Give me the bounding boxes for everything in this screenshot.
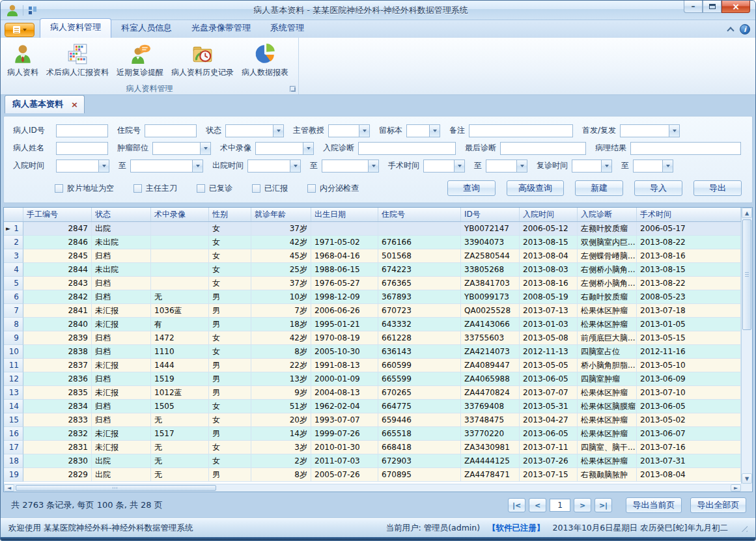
table-row[interactable]: 172831未汇报无女3岁2010-01-30668418ZA343098120… [4, 441, 741, 454]
ribbon-tab-department-staff-info[interactable]: 科室人员信息 [111, 19, 182, 38]
checkbox-box-icon[interactable] [197, 184, 205, 193]
row-header[interactable]: 7 [4, 304, 23, 318]
checkbox-box-icon[interactable] [252, 184, 260, 193]
table-row[interactable]: 22846未出院女42岁1971-05-02676166339040732013… [4, 236, 741, 249]
last-page-button[interactable]: >| [595, 498, 612, 512]
row-header[interactable]: 5 [4, 277, 23, 290]
column-header-5[interactable]: 就诊年龄 [251, 208, 311, 221]
table-row[interactable]: 62842归档无男10岁1998-12-09367893YB0099173200… [4, 290, 741, 304]
table-row[interactable]: ►12847出院女37岁YB00721472006-05-12左额叶胶质瘤200… [4, 222, 741, 236]
table-row[interactable]: 92839归档1472女42岁1970-08-19661228337556032… [4, 331, 741, 345]
chief-professor-dropdown[interactable] [328, 124, 370, 137]
export-current-page-button[interactable]: 导出当前页 [626, 497, 682, 513]
table-row[interactable]: 152833归档无女20岁1993-07-0765944633748475201… [4, 413, 741, 427]
resize-grip[interactable] [740, 524, 748, 532]
table-row[interactable]: 42844未出院女25岁1988-06-15674223338052682013… [4, 263, 741, 277]
export-button[interactable]: 导出 [693, 180, 742, 196]
chevron-down-icon[interactable] [359, 125, 369, 137]
scroll-left-icon[interactable]: ◄ [4, 484, 14, 492]
ribbon-button-patient-history-records[interactable]: 病人资料历史记录 [167, 41, 238, 80]
column-header-2[interactable]: 状态 [92, 208, 151, 221]
row-header[interactable]: 12 [4, 372, 23, 386]
checkbox-box-icon[interactable] [307, 184, 316, 193]
table-row[interactable]: 142834归档1505女51岁1962-02-0466477533769408… [4, 400, 741, 413]
chevron-down-icon[interactable] [454, 160, 464, 172]
scroll-up-icon[interactable]: ▲ [742, 208, 752, 218]
table-row[interactable]: 32845归档女45岁1968-04-16501568ZA25805442013… [4, 249, 741, 263]
column-header-6[interactable]: 出生日期 [311, 208, 378, 221]
table-row[interactable]: 112837未汇报1444男22岁1991-08-13660599ZA40894… [4, 359, 741, 372]
table-row[interactable]: 52843归档女37岁1976-05-27676365ZA38417032013… [4, 277, 741, 290]
specimen-kept-dropdown[interactable] [406, 124, 440, 137]
quick-access-icon[interactable] [27, 5, 38, 16]
checkbox-box-icon[interactable] [133, 184, 142, 193]
chevron-down-icon[interactable] [516, 160, 527, 172]
chevron-down-icon[interactable] [200, 143, 210, 154]
chevron-down-icon[interactable] [273, 125, 283, 137]
advanced-query-button[interactable]: 高级查询 [507, 180, 564, 196]
collapse-ribbon-icon[interactable] [727, 27, 734, 34]
first-page-button[interactable]: |< [508, 498, 525, 512]
chevron-down-icon[interactable] [601, 160, 611, 172]
revisit-date-from-dropdown[interactable] [572, 160, 612, 173]
admission-diagnosis-input[interactable] [358, 142, 456, 155]
admission-date-from-dropdown[interactable] [56, 160, 109, 173]
table-row[interactable]: 182830出院无女2岁2011-07-03672903ZA4444125201… [4, 454, 741, 468]
discharge-date-from-dropdown[interactable] [247, 160, 301, 173]
vertical-scroll-track[interactable] [742, 331, 752, 473]
table-row[interactable]: 82840未汇报有男18岁1995-01-21643332ZA414306620… [4, 318, 741, 331]
chevron-down-icon[interactable] [303, 143, 313, 154]
row-header[interactable]: 8 [4, 318, 23, 331]
export-all-pages-button[interactable]: 导出全部页 [690, 497, 746, 513]
ribbon-tab-disc-video-management[interactable]: 光盘录像带管理 [182, 19, 260, 38]
column-header-8[interactable]: ID号 [461, 208, 520, 221]
row-header[interactable]: 3 [4, 249, 23, 263]
patient-id-input[interactable] [56, 124, 108, 137]
patient-name-input[interactable] [56, 142, 108, 155]
row-header[interactable]: 11 [4, 359, 23, 372]
column-header-4[interactable]: 性别 [209, 208, 251, 221]
maximize-button[interactable] [703, 1, 721, 13]
vertical-scrollbar[interactable]: ▲ ▼ [741, 208, 752, 484]
final-diagnosis-input[interactable] [500, 142, 586, 155]
row-header[interactable]: 9 [4, 331, 23, 345]
close-tab-icon[interactable]: × [71, 100, 78, 109]
chevron-down-icon[interactable] [662, 160, 673, 172]
admission-number-input[interactable] [145, 124, 197, 137]
remarks-input[interactable] [469, 124, 573, 137]
table-row[interactable]: 132835未汇报1012蓝男9岁2004-08-13670265ZA44708… [4, 386, 741, 400]
row-header[interactable]: 2 [4, 236, 23, 249]
vertical-scroll-thumb[interactable] [742, 219, 751, 330]
ribbon-button-patient-data-reports[interactable]: 病人数据报表 [238, 41, 292, 80]
surgery-date-to-dropdown[interactable] [486, 160, 527, 173]
new-button[interactable]: 新建 [575, 180, 623, 196]
chevron-down-icon[interactable] [192, 160, 203, 172]
row-header[interactable]: 19 [4, 468, 23, 482]
row-header[interactable]: 16 [4, 427, 23, 441]
chevron-down-icon[interactable] [669, 125, 679, 137]
table-row[interactable]: 192829出院无男8岁2005-07-26670895ZA4478471201… [4, 468, 741, 482]
import-button[interactable]: 导入 [634, 180, 682, 196]
column-header-1[interactable]: 手工编号 [23, 208, 92, 221]
pathology-result-input[interactable] [630, 142, 741, 155]
horizontal-scroll-thumb[interactable] [16, 485, 216, 491]
checkbox-film-address-empty[interactable]: 胶片地址为空 [55, 183, 114, 194]
status-dropdown[interactable] [225, 124, 284, 137]
ribbon-tab-system-management[interactable]: 系统管理 [260, 19, 314, 38]
tab-patient-basic-data[interactable]: 病人基本资料 × [5, 95, 85, 113]
chevron-down-icon[interactable] [429, 125, 440, 137]
table-row[interactable]: 122836归档1519男13岁2000-01-09665599ZA406598… [4, 372, 741, 386]
row-header[interactable]: 14 [4, 400, 23, 413]
tumor-site-dropdown[interactable] [152, 142, 211, 155]
checkbox-box-icon[interactable] [55, 184, 63, 193]
table-row[interactable]: 72841未汇报1036蓝男7岁2006-06-26670723QA002552… [4, 304, 741, 318]
prev-page-button[interactable]: < [529, 498, 546, 512]
column-header-7[interactable]: 住院号 [378, 208, 461, 221]
query-button[interactable]: 查询 [447, 180, 496, 196]
close-button[interactable]: × [721, 1, 750, 13]
checkbox-endocrine-exam[interactable]: 内分泌检查 [307, 183, 359, 194]
table-row[interactable]: 102838归档1110女8岁2005-10-30636143ZA4214073… [4, 345, 741, 359]
column-header-3[interactable]: 术中录像 [151, 208, 209, 221]
minimize-button[interactable]: – [684, 1, 703, 13]
page-input[interactable] [550, 499, 570, 512]
